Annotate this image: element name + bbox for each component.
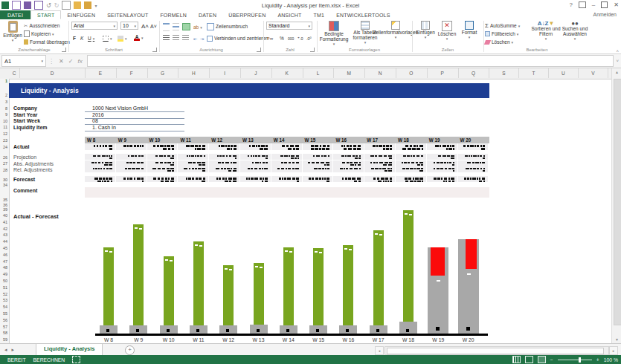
data-cell-projection-w11[interactable] — [178, 154, 208, 160]
data-cell-actual-w10[interactable] — [147, 143, 178, 150]
column-header-U[interactable]: U — [548, 68, 579, 78]
data-cell-abs-adjustments-w17[interactable] — [364, 160, 395, 166]
data-cell-abs-adjustments-w19[interactable] — [427, 160, 457, 166]
data-cell-projection-w13[interactable] — [240, 154, 271, 160]
align-right-icon[interactable] — [182, 35, 189, 41]
data-cell-projection-w15[interactable] — [303, 154, 333, 160]
horizontal-scrollbar[interactable] — [384, 346, 609, 355]
autosum-button[interactable]: ΣAutoSumme ▾ — [485, 22, 520, 30]
row-header-39[interactable]: 39 — [3, 207, 7, 212]
data-cell-projection-w16[interactable] — [333, 154, 364, 160]
data-cell-projection-w8[interactable] — [85, 154, 115, 160]
clear-button[interactable]: Löschen ▾ — [485, 38, 513, 46]
column-header-K[interactable]: K — [271, 68, 303, 78]
clipboard-dialog-launcher[interactable] — [62, 48, 66, 52]
data-cell-projection-w10[interactable] — [147, 154, 178, 160]
bar-forecast-w19[interactable] — [428, 247, 448, 334]
zoom-slider[interactable] — [558, 360, 592, 360]
ribbon-tab-ansicht[interactable]: ANSICHT — [271, 10, 307, 19]
column-header-J[interactable]: J — [240, 68, 272, 78]
bar-forecast-reduction-w20[interactable] — [466, 239, 477, 269]
field-value-company[interactable]: 1000 Next Vision GmbH — [92, 105, 189, 111]
bar-actual-base-w18[interactable] — [399, 322, 417, 334]
data-cell-abs-adjustments-w12[interactable] — [209, 160, 239, 166]
row-header-34[interactable]: 34 — [3, 183, 7, 187]
data-cell-forecast-w19[interactable] — [427, 176, 457, 182]
row-header-42[interactable]: 42 — [3, 227, 7, 231]
data-cell-projection-w18[interactable] — [396, 154, 426, 160]
data-cell-rel-adjustments-w17[interactable] — [364, 166, 395, 172]
insert-function-icon[interactable]: fx — [77, 58, 82, 65]
row-header-23[interactable]: 23 — [3, 138, 7, 143]
delete-cells-button[interactable]: ✕ Löschen▾ — [437, 21, 457, 42]
column-header-L[interactable]: L — [303, 68, 335, 78]
data-cell-forecast-w10[interactable] — [147, 176, 178, 182]
align-bottom-icon[interactable] — [182, 23, 190, 30]
bar-actual-w9[interactable] — [133, 224, 144, 325]
zoom-level[interactable]: 100 % — [604, 357, 618, 363]
normal-view-icon[interactable] — [512, 356, 521, 363]
align-left-icon[interactable] — [163, 35, 170, 41]
increase-indent-icon[interactable]: ⇥ — [200, 35, 204, 43]
data-cell-rel-adjustments-w16[interactable] — [333, 166, 364, 172]
bar-actual-w17[interactable] — [373, 230, 384, 325]
formula-input[interactable] — [87, 55, 614, 67]
sort-filter-button[interactable]: A↓Z▼ Sortieren und Filtern▾ — [531, 21, 561, 42]
column-header-N[interactable]: N — [364, 68, 396, 78]
data-cell-actual-w20[interactable] — [458, 143, 489, 150]
ribbon-tab-entwicklertools[interactable]: ENTWICKLERTOOLS — [330, 10, 396, 19]
data-cell-actual-w11[interactable] — [178, 143, 208, 150]
row-header-11[interactable]: 11 — [3, 125, 7, 129]
fill-color-button[interactable]: ▾ — [118, 34, 127, 42]
field-value-start-year[interactable]: 2016 — [92, 112, 189, 117]
data-cell-rel-adjustments-w12[interactable] — [209, 166, 239, 172]
font-family-combo[interactable]: Arial▾ — [71, 22, 118, 30]
data-cell-actual-w14[interactable] — [271, 143, 302, 150]
data-cell-projection-w12[interactable] — [209, 154, 239, 160]
data-cell-forecast-w13[interactable] — [240, 176, 271, 182]
ribbon-tab-datei[interactable]: DATEI — [0, 10, 30, 19]
data-cell-projection-w19[interactable] — [427, 154, 457, 160]
row-header-44[interactable]: 44 — [3, 239, 7, 244]
hscroll-left-icon[interactable]: ◂ — [375, 346, 384, 355]
data-cell-actual-w18[interactable] — [396, 143, 426, 150]
bold-button[interactable]: F — [73, 34, 76, 42]
column-header-G[interactable]: G — [147, 68, 179, 78]
bar-actual-w14[interactable] — [283, 247, 294, 325]
cut-button[interactable]: ✂Ausschneiden — [24, 22, 59, 30]
name-box[interactable]: A1▾ — [1, 55, 46, 67]
ribbon-options-icon[interactable] — [579, 1, 586, 8]
data-cell-abs-adjustments-w16[interactable] — [333, 160, 364, 166]
help-icon[interactable]: ? — [569, 1, 572, 8]
column-header-Q[interactable]: Q — [458, 68, 490, 78]
data-cell-projection-w14[interactable] — [271, 154, 302, 160]
row-header-56[interactable]: 56 — [3, 318, 7, 322]
week-header-cell-w11[interactable]: W 11 — [180, 137, 190, 143]
bar-actual-w10[interactable] — [164, 256, 174, 325]
data-cell-rel-adjustments-w8[interactable] — [85, 166, 115, 172]
sheet-nav-arrows[interactable]: ◂▸ — [4, 347, 19, 353]
find-select-button[interactable]: ●● Suchen und Auswählen▾ — [561, 21, 589, 42]
wrap-text-button[interactable]: Zeilenumbruch — [207, 22, 248, 30]
data-cell-abs-adjustments-w11[interactable] — [178, 160, 208, 166]
grow-font-button[interactable]: A˄ — [141, 22, 149, 30]
cancel-icon[interactable]: ✕ — [59, 58, 64, 65]
row-header-1[interactable]: 1 — [5, 79, 7, 83]
row-header-51[interactable]: 51 — [3, 285, 7, 290]
shrink-font-button[interactable]: A˅ — [150, 22, 157, 30]
data-cell-rel-adjustments-w18[interactable] — [396, 166, 426, 172]
font-dialog-launcher[interactable] — [152, 48, 157, 52]
format-cells-button[interactable]: Format▾ — [459, 21, 480, 40]
expand-formula-bar-icon[interactable]: ˅ — [616, 59, 619, 63]
row-header-24[interactable]: 24 — [3, 145, 7, 149]
ribbon-tab-überprüfen[interactable]: ÜBERPRÜFEN — [222, 10, 271, 19]
bar-actual-w13[interactable] — [254, 263, 264, 325]
column-header-O[interactable]: O — [396, 68, 428, 78]
row-header-8[interactable]: 8 — [5, 106, 7, 111]
row-header-54[interactable]: 54 — [3, 305, 7, 309]
week-header-cell-w12[interactable]: W 12 — [211, 137, 222, 143]
field-value-start-week[interactable]: 08 — [92, 118, 189, 123]
maximize-icon[interactable] — [601, 1, 608, 8]
week-header-cell-w18[interactable]: W 18 — [398, 137, 409, 143]
bar-actual-w18[interactable] — [403, 210, 414, 322]
